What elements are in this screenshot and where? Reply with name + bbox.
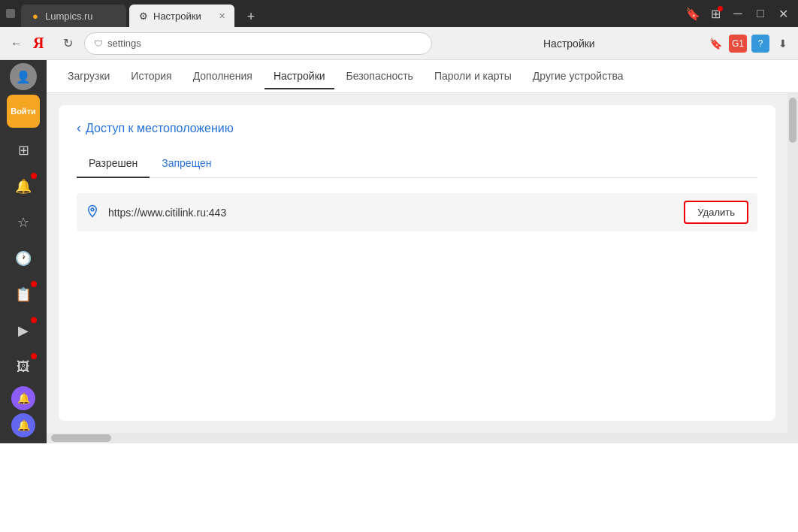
screenshots-badge bbox=[31, 353, 37, 359]
content-area: Загрузки История Дополнения Настройки Бе… bbox=[47, 60, 798, 443]
login-button[interactable]: Войти bbox=[7, 95, 40, 128]
nav-tab-security[interactable]: Безопасность bbox=[337, 64, 422, 89]
sidebar-item-bookmarks[interactable]: ☆ bbox=[7, 206, 40, 239]
back-button[interactable]: ← bbox=[6, 33, 27, 54]
bookmarks-icon: ☆ bbox=[17, 214, 29, 231]
sidebar-item-downloads[interactable]: 📋 bbox=[7, 278, 40, 311]
main-container: 👤 Войти ⊞ 🔔 ☆ 🕐 📋 ▶ 🖼 bbox=[0, 60, 798, 443]
apps-icon: ⊞ bbox=[18, 142, 29, 159]
screenshots-icon: 🖼 bbox=[17, 359, 30, 375]
media-badge bbox=[31, 317, 37, 323]
browser-tabs: ● Lumpics.ru ⚙ Настройки ✕ + bbox=[21, 0, 681, 27]
tab-label-settings: Настройки bbox=[153, 11, 201, 22]
window-controls: 🔖 ⊞ ─ □ ✕ bbox=[684, 5, 792, 23]
minimize-button[interactable]: ─ bbox=[729, 5, 747, 23]
back-link[interactable]: ‹ Доступ к местоположению bbox=[77, 120, 757, 136]
settings-scroll-container: ‹ Доступ к местоположению Разрешен Запре… bbox=[47, 93, 798, 433]
tab-settings[interactable]: ⚙ Настройки ✕ bbox=[129, 5, 234, 27]
settings-content: ‹ Доступ к местоположению Разрешен Запре… bbox=[47, 93, 787, 433]
extension2-icon[interactable]: ? bbox=[751, 35, 769, 53]
new-tab-button[interactable]: + bbox=[240, 6, 261, 27]
back-link-label: Доступ к местоположению bbox=[86, 122, 234, 135]
tab-close-icon[interactable]: ✕ bbox=[219, 11, 225, 21]
scrollbar-thumb-vertical[interactable] bbox=[789, 98, 796, 143]
notifications-icon: 🔔 bbox=[15, 178, 32, 195]
nav-tabs: Загрузки История Дополнения Настройки Бе… bbox=[47, 60, 798, 93]
nav-tab-settings[interactable]: Настройки bbox=[264, 64, 334, 89]
alice-button2[interactable]: 🔔 bbox=[11, 413, 35, 437]
back-arrow-icon: ‹ bbox=[77, 120, 81, 136]
nav-tab-passwords[interactable]: Пароли и карты bbox=[425, 64, 521, 89]
scrollbar-thumb-horizontal[interactable] bbox=[51, 434, 111, 442]
site-location-icon bbox=[86, 204, 99, 221]
alice2-icon: 🔔 bbox=[17, 419, 30, 431]
downloads-badge bbox=[31, 281, 37, 287]
alice-button1[interactable]: 🔔 bbox=[11, 386, 35, 410]
site-url-text: https://www.citilink.ru:443 bbox=[108, 207, 675, 219]
nav-tab-downloads[interactable]: Загрузки bbox=[59, 64, 119, 89]
yandex-logo: Я bbox=[33, 35, 51, 52]
sidebar-item-media[interactable]: ▶ bbox=[7, 314, 40, 347]
user-avatar: 👤 bbox=[10, 63, 37, 90]
notification-badge bbox=[31, 173, 37, 179]
address-bar-actions: 🔖 G1 ? ⬇ bbox=[706, 35, 792, 53]
tab-icon-small bbox=[6, 9, 15, 18]
extension1-icon[interactable]: G1 bbox=[729, 35, 747, 53]
media-icon: ▶ bbox=[18, 322, 29, 339]
perm-tab-allowed[interactable]: Разрешен bbox=[77, 151, 150, 178]
vertical-scrollbar[interactable] bbox=[787, 93, 798, 433]
security-shield-icon: 🛡 bbox=[94, 38, 103, 49]
sidebar-item-apps[interactable]: ⊞ bbox=[7, 134, 40, 167]
tab-lumpics[interactable]: ● Lumpics.ru bbox=[21, 5, 126, 27]
tab-favicon-settings: ⚙ bbox=[138, 11, 149, 21]
close-button[interactable]: ✕ bbox=[774, 5, 792, 23]
sidebar-item-notifications[interactable]: 🔔 bbox=[7, 170, 40, 203]
sidebar-item-screenshots[interactable]: 🖼 bbox=[7, 350, 40, 383]
url-bar[interactable]: 🛡 settings bbox=[84, 32, 432, 55]
tab-label-lumpics: Lumpics.ru bbox=[45, 11, 93, 22]
history-icon: 🕐 bbox=[15, 250, 32, 267]
permission-tabs: Разрешен Запрещен bbox=[77, 151, 757, 178]
downloads-icon: 📋 bbox=[15, 286, 32, 303]
nav-tab-extensions[interactable]: Дополнения bbox=[184, 64, 261, 89]
alice1-icon: 🔔 bbox=[17, 392, 30, 404]
maximize-button[interactable]: □ bbox=[751, 5, 769, 23]
download-icon[interactable]: ⬇ bbox=[774, 35, 792, 53]
delete-button[interactable]: Удалить bbox=[684, 201, 748, 224]
window-icon bbox=[6, 9, 15, 18]
sidebar: 👤 Войти ⊞ 🔔 ☆ 🕐 📋 ▶ 🖼 bbox=[0, 60, 47, 443]
bookmark-manager-icon[interactable]: 🔖 bbox=[684, 5, 702, 23]
tab-favicon-lumpics: ● bbox=[30, 11, 41, 21]
title-bar: ● Lumpics.ru ⚙ Настройки ✕ + 🔖 ⊞ ─ □ ✕ bbox=[0, 0, 798, 27]
reload-button[interactable]: ↻ bbox=[57, 33, 78, 54]
url-text: settings bbox=[107, 38, 422, 49]
nav-tab-history[interactable]: История bbox=[122, 64, 180, 89]
login-label: Войти bbox=[11, 107, 36, 116]
horizontal-scrollbar[interactable] bbox=[47, 433, 798, 443]
tab-manager-icon[interactable]: ⊞ bbox=[706, 5, 724, 23]
page-title: Настройки bbox=[438, 38, 700, 50]
site-entry-row: https://www.citilink.ru:443 Удалить bbox=[77, 193, 757, 231]
settings-panel: ‹ Доступ к местоположению Разрешен Запре… bbox=[59, 105, 775, 421]
bookmark-icon[interactable]: 🔖 bbox=[706, 35, 724, 53]
nav-tab-devices[interactable]: Другие устройства bbox=[524, 64, 633, 89]
perm-tab-blocked[interactable]: Запрещен bbox=[150, 151, 223, 178]
sidebar-item-history[interactable]: 🕐 bbox=[7, 242, 40, 275]
sidebar-bottom: 🔔 🔔 bbox=[11, 386, 35, 443]
address-bar: ← Я ↻ 🛡 settings Настройки 🔖 G1 ? ⬇ bbox=[0, 27, 798, 60]
